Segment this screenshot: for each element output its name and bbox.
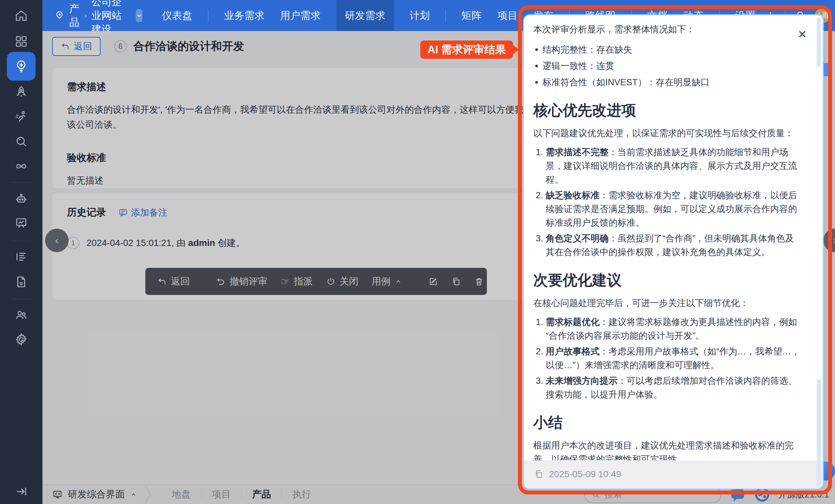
scrollbar-thumb[interactable] <box>817 66 821 380</box>
list-item: 需求描述不完整：当前需求描述缺乏具体的功能细节和用户场景，建议详细说明合作洽谈的… <box>546 145 803 186</box>
tab-divider <box>445 9 446 22</box>
section-heading-core: 核心优先改进项 <box>533 103 803 117</box>
list-item: 需求标题优化：建议将需求标题修改为更具描述性的内容，例如“合作洽谈内容展示功能的… <box>546 315 803 343</box>
section-heading-summary: 小结 <box>533 416 803 429</box>
sidebar-divider <box>12 241 31 241</box>
ai-review-content: 本次评审分析显示，需求整体情况如下： 结构完整性：存在缺失 逻辑一致性：连贯 标… <box>524 15 822 460</box>
ai-review-modal: ✕ 本次评审分析显示，需求整体情况如下： 结构完整性：存在缺失 逻辑一致性：连贯… <box>523 14 823 489</box>
section-lead: 在核心问题处理完毕后，可进一步关注以下细节优化： <box>533 296 803 310</box>
breadcrumb-root[interactable]: 产品 <box>69 2 79 29</box>
tab-plan[interactable]: 计划 <box>409 0 430 31</box>
ai-robot-icon[interactable] <box>14 193 28 206</box>
section-lead: 根据用户本次的改进项目，建议优先处理需求描述和验收标准的完善，以确保需求的完整性… <box>533 439 803 460</box>
execution-runner-icon[interactable] <box>14 110 28 123</box>
list-item: 缺乏验收标准：需求验收标准为空，建议明确验收标准，以便后续验证需求是否满足预期。… <box>546 188 803 229</box>
summary-item: 逻辑一致性：连贯 <box>533 59 803 73</box>
breadcrumb-separator: › <box>84 11 87 21</box>
tab-dev-story[interactable]: 研发需求 <box>337 0 394 31</box>
home-icon[interactable] <box>14 9 28 22</box>
devops-infinity-icon[interactable] <box>14 159 28 174</box>
copy-icon[interactable] <box>534 469 544 479</box>
summary-item: 结构完整性：存在缺失 <box>533 43 803 57</box>
tab-business-story[interactable]: 业务需求 <box>224 0 265 31</box>
collapse-right-icon[interactable] <box>15 485 28 498</box>
doc-outline-icon[interactable] <box>14 250 28 264</box>
tab-divider <box>208 9 208 22</box>
ai-review-footer: 2025-05-09 10:49 <box>524 460 822 488</box>
review-intro: 本次评审分析显示，需求整体情况如下： <box>533 22 803 36</box>
document-icon[interactable] <box>14 275 28 289</box>
tab-matrix[interactable]: 矩阵 <box>462 0 482 31</box>
section-lead: 以下问题建议优先处理，以保证需求的可实现性与后续交付质量： <box>533 126 803 140</box>
section-heading-secondary: 次要优化建议 <box>533 274 803 287</box>
close-icon[interactable]: ✕ <box>798 28 807 41</box>
list-item: 用户故事格式：考虑采用用户故事格式（如“作为…，我希望…，以便…”）来增强需求的… <box>546 345 803 372</box>
modal-scrollbar[interactable] <box>817 17 821 486</box>
settings-gear-icon[interactable] <box>14 332 28 346</box>
app-sidebar <box>0 0 42 504</box>
project-rocket-icon[interactable] <box>14 85 28 99</box>
breadcrumb-product[interactable]: 公司企业网站建设 <box>91 0 130 36</box>
report-presentation-icon[interactable] <box>14 216 28 230</box>
product-bulb-icon[interactable] <box>7 52 36 81</box>
sidebar-divider <box>12 299 31 299</box>
list-item: 角色定义不明确：虽然提到了“合作商”，但未明确其具体角色及其在合作洽谈中的操作权… <box>546 231 803 259</box>
breadcrumb: 产品 › 公司企业网站建设 <box>54 0 142 36</box>
tab-dashboard[interactable]: 仪表盘 <box>162 0 192 31</box>
tab-project[interactable]: 项目 <box>497 0 517 31</box>
review-timestamp: 2025-05-09 10:49 <box>549 469 621 480</box>
tab-user-story[interactable]: 用户需求 <box>280 0 321 31</box>
product-switcher-chevron[interactable] <box>136 9 142 22</box>
sidebar-divider <box>12 182 31 183</box>
secondary-suggestion-list: 需求标题优化：建议将需求标题修改为更具描述性的内容，例如“合作洽谈内容展示功能的… <box>533 315 803 401</box>
admin-users-icon[interactable] <box>14 308 28 322</box>
dashboard-grid-icon[interactable] <box>14 35 28 48</box>
summary-item: 标准符合性（如INVEST）：存在明显缺口 <box>533 76 803 89</box>
core-improvement-list: 需求描述不完整：当前需求描述缺乏具体的功能细节和用户场景，建议详细说明合作洽谈的… <box>533 145 803 259</box>
list-item: 未来增强方向提示：可以考虑后续增加对合作洽谈内容的筛选、搜索功能，以提升用户体验… <box>546 374 803 401</box>
qa-search-icon[interactable] <box>14 135 28 148</box>
bulb-icon <box>54 11 65 21</box>
review-summary-list: 结构完整性：存在缺失 逻辑一致性：连贯 标准符合性（如INVEST）：存在明显缺… <box>533 43 803 89</box>
annotation-badge: AI 需求评审结果 <box>420 40 513 59</box>
